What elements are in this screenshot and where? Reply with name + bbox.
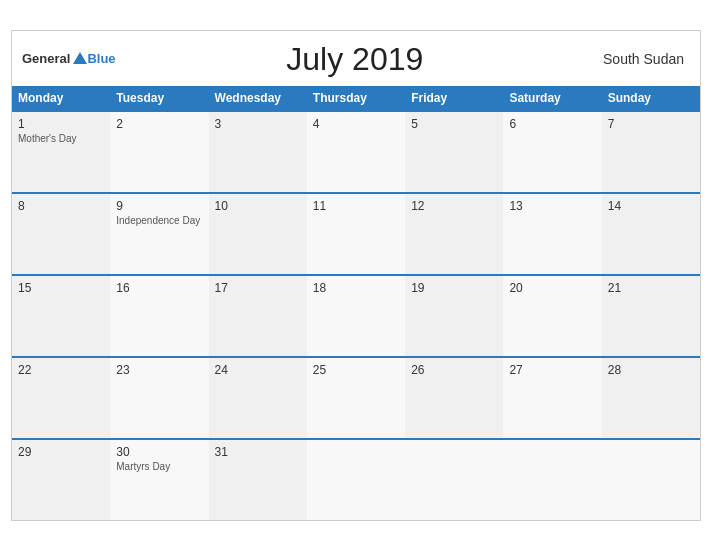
day-cell: 25 [307,358,405,438]
day-number: 18 [313,281,399,295]
day-number: 24 [215,363,301,377]
day-number: 9 [116,199,202,213]
week-row-5: 2930Martyrs Day31 [12,438,700,520]
logo-blue-text: Blue [87,51,115,66]
day-cell: 7 [602,112,700,192]
week-row-4: 22232425262728 [12,356,700,438]
day-cell: 26 [405,358,503,438]
day-number: 4 [313,117,399,131]
day-cell: 23 [110,358,208,438]
day-cell [405,440,503,520]
day-number: 2 [116,117,202,131]
day-event: Mother's Day [18,133,104,144]
day-cell: 19 [405,276,503,356]
day-cell: 31 [209,440,307,520]
day-cell [307,440,405,520]
day-cell: 10 [209,194,307,274]
day-header-friday: Friday [405,86,503,110]
day-cell: 14 [602,194,700,274]
day-cell: 2 [110,112,208,192]
day-header-thursday: Thursday [307,86,405,110]
day-number: 14 [608,199,694,213]
week-row-2: 89Independence Day1011121314 [12,192,700,274]
day-cell: 27 [503,358,601,438]
day-number: 27 [509,363,595,377]
logo-general-text: General [22,51,70,67]
day-number: 26 [411,363,497,377]
day-cell: 5 [405,112,503,192]
calendar-grid: 1Mother's Day23456789Independence Day101… [12,110,700,520]
day-cell: 18 [307,276,405,356]
day-cell: 15 [12,276,110,356]
day-header-saturday: Saturday [503,86,601,110]
day-event: Independence Day [116,215,202,226]
day-cell: 29 [12,440,110,520]
day-number: 28 [608,363,694,377]
day-number: 16 [116,281,202,295]
week-row-3: 15161718192021 [12,274,700,356]
day-number: 5 [411,117,497,131]
day-number: 31 [215,445,301,459]
day-number: 10 [215,199,301,213]
day-number: 20 [509,281,595,295]
day-number: 19 [411,281,497,295]
day-number: 15 [18,281,104,295]
day-number: 23 [116,363,202,377]
day-number: 25 [313,363,399,377]
day-cell: 9Independence Day [110,194,208,274]
day-number: 22 [18,363,104,377]
day-cell: 17 [209,276,307,356]
day-cell [503,440,601,520]
day-header-tuesday: Tuesday [110,86,208,110]
calendar-header: General Blue July 2019 South Sudan [12,31,700,86]
day-header-monday: Monday [12,86,110,110]
day-cell: 6 [503,112,601,192]
day-cell: 21 [602,276,700,356]
day-cell: 4 [307,112,405,192]
day-cell: 22 [12,358,110,438]
day-number: 6 [509,117,595,131]
day-number: 7 [608,117,694,131]
calendar: General Blue July 2019 South Sudan Monda… [11,30,701,521]
logo-triangle-icon [73,52,87,64]
day-number: 30 [116,445,202,459]
day-event: Martyrs Day [116,461,202,472]
day-cell: 12 [405,194,503,274]
day-number: 3 [215,117,301,131]
day-cell: 20 [503,276,601,356]
logo: General Blue [22,51,116,67]
day-number: 13 [509,199,595,213]
month-title: July 2019 [116,41,594,78]
day-number: 12 [411,199,497,213]
day-cell [602,440,700,520]
day-headers-row: MondayTuesdayWednesdayThursdayFridaySatu… [12,86,700,110]
week-row-1: 1Mother's Day234567 [12,110,700,192]
day-cell: 1Mother's Day [12,112,110,192]
day-cell: 24 [209,358,307,438]
day-cell: 11 [307,194,405,274]
day-number: 1 [18,117,104,131]
day-cell: 13 [503,194,601,274]
day-cell: 16 [110,276,208,356]
day-cell: 28 [602,358,700,438]
day-number: 29 [18,445,104,459]
day-header-sunday: Sunday [602,86,700,110]
day-header-wednesday: Wednesday [209,86,307,110]
day-cell: 8 [12,194,110,274]
day-cell: 30Martyrs Day [110,440,208,520]
country-name: South Sudan [594,51,684,67]
day-number: 21 [608,281,694,295]
day-cell: 3 [209,112,307,192]
day-number: 11 [313,199,399,213]
day-number: 8 [18,199,104,213]
day-number: 17 [215,281,301,295]
